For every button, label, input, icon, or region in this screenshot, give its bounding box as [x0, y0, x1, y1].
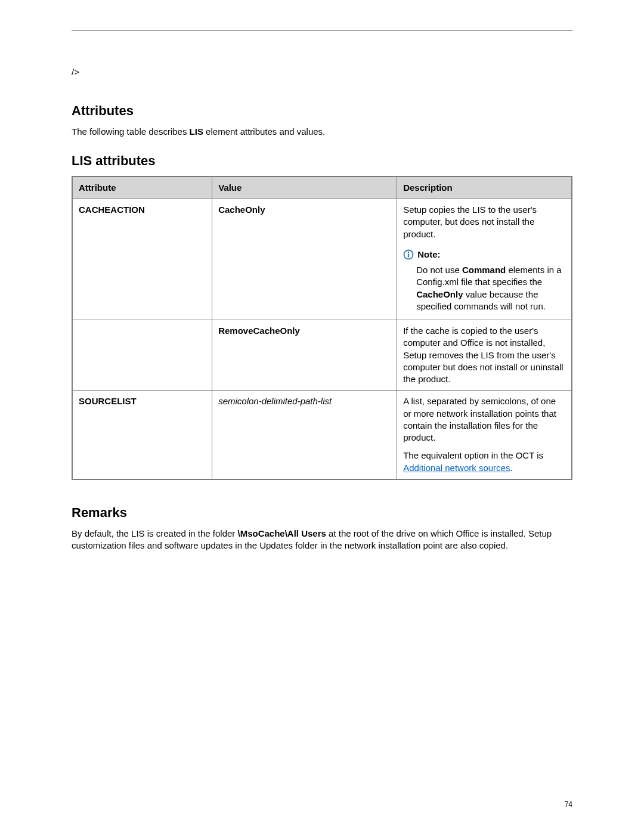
- desc-p1: A list, separated by semicolons, of one …: [403, 395, 565, 444]
- cell-desc-cacheonly: Setup copies the LIS to the user's compu…: [397, 199, 572, 320]
- remarks-paragraph: By default, the LIS is created in the fo…: [72, 528, 572, 552]
- intro-bold: LIS: [190, 126, 203, 137]
- top-rule: [72, 30, 572, 30]
- cell-attr-sourcelist: SOURCELIST: [72, 391, 212, 479]
- intro-post: element attributes and values.: [203, 126, 325, 137]
- note-body: Do not use Command elements in a Config.…: [416, 264, 565, 312]
- svg-rect-2: [408, 252, 409, 253]
- attributes-heading: Attributes: [72, 102, 572, 120]
- cell-desc-removecacheonly: If the cache is copied to the user's com…: [397, 320, 572, 391]
- remarks-heading: Remarks: [72, 504, 572, 522]
- th-description: Description: [397, 176, 572, 199]
- remarks-pa: By default, the LIS is created in the fo…: [72, 528, 238, 538]
- cell-desc-sourcelist: A list, separated by semicolons, of one …: [397, 391, 572, 479]
- cell-attr-empty: [72, 320, 212, 391]
- additional-network-sources-link[interactable]: Additional network sources: [403, 463, 510, 473]
- val-cacheonly: CacheOnly: [218, 205, 265, 215]
- note-p1d: CacheOnly: [416, 289, 463, 299]
- desc-main: Setup copies the LIS to the user's compu…: [403, 204, 565, 240]
- table-row: CACHEACTION CacheOnly Setup copies the L…: [72, 199, 572, 320]
- code-fragment: />: [72, 66, 572, 78]
- remarks-bold: \MsoCache\All Users: [238, 528, 326, 538]
- svg-rect-1: [408, 254, 409, 258]
- cell-val-removecacheonly: RemoveCacheOnly: [212, 320, 397, 391]
- attributes-intro: The following table describes LIS elemen…: [72, 126, 572, 138]
- table-header-row: Attribute Value Description: [72, 176, 572, 199]
- desc-p2a: The equivalent option in the OCT is: [403, 450, 543, 460]
- val-pathlist: semicolon-delimited-path-list: [218, 396, 332, 406]
- note-line: Note:: [403, 249, 565, 261]
- th-value: Value: [212, 176, 397, 199]
- cell-val-cacheonly: CacheOnly: [212, 199, 397, 320]
- page: /> Attributes The following table descri…: [0, 0, 644, 833]
- note-label: Note:: [417, 249, 440, 261]
- lis-attributes-table: Attribute Value Description CACHEACTION …: [72, 176, 572, 480]
- lis-attributes-heading: LIS attributes: [72, 152, 572, 170]
- cell-attr-cacheaction: CACHEACTION: [72, 199, 212, 320]
- note-p1a: Do not use: [416, 265, 462, 275]
- desc-p2: The equivalent option in the OCT is Addi…: [403, 450, 565, 474]
- cell-val-pathlist: semicolon-delimited-path-list: [212, 391, 397, 479]
- table-row: RemoveCacheOnly If the cache is copied t…: [72, 320, 572, 391]
- page-number: 74: [565, 800, 572, 809]
- note-p1b: Command: [462, 265, 506, 275]
- val-removecacheonly: RemoveCacheOnly: [218, 326, 300, 336]
- table-row: SOURCELIST semicolon-delimited-path-list…: [72, 391, 572, 479]
- info-icon: [403, 249, 414, 260]
- intro-pre: The following table describes: [72, 126, 190, 137]
- attr-sourcelist: SOURCELIST: [79, 396, 137, 406]
- attr-cacheaction: CACHEACTION: [79, 205, 145, 215]
- desc-p2b: .: [510, 463, 512, 473]
- th-attribute: Attribute: [72, 176, 212, 199]
